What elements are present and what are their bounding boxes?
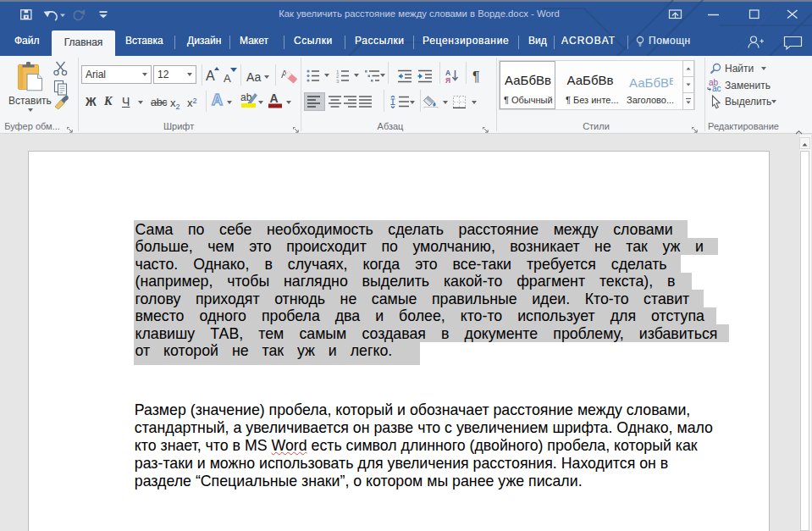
svg-text:А: А [270, 91, 279, 105]
svg-text:Я: Я [445, 76, 450, 83]
svg-text:ac: ac [712, 84, 721, 91]
svg-text:¶: ¶ [472, 69, 480, 83]
svg-text:3: 3 [336, 79, 340, 84]
